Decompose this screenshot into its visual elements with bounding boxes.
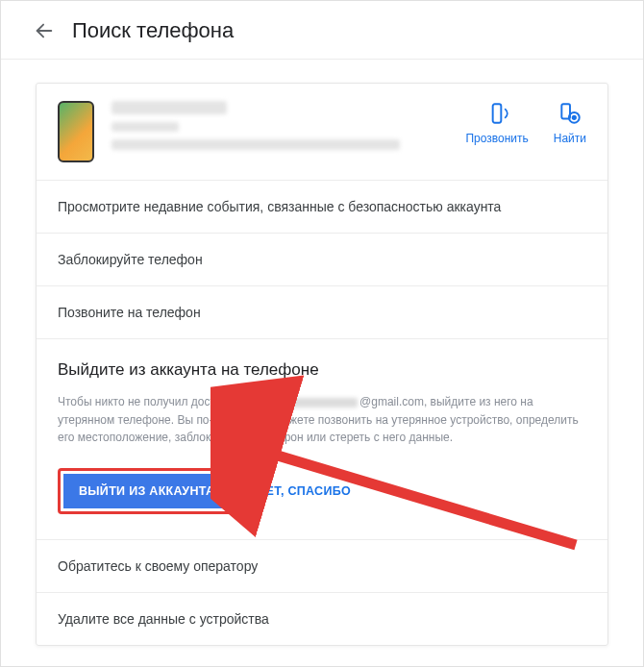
svg-rect-1 <box>493 104 502 123</box>
device-details-redacted <box>111 139 400 150</box>
device-thumbnail <box>58 101 94 162</box>
header: Поиск телефона <box>1 1 643 59</box>
signout-button-row: ВЫЙТИ ИЗ АККАУНТА НЕТ, СПАСИБО <box>58 468 586 514</box>
header-divider <box>1 59 643 60</box>
signout-body: Чтобы никто не получил доступ к аккаунту… <box>58 393 586 447</box>
signout-title: Выйдите из аккаунта на телефоне <box>58 360 586 380</box>
row-security-events[interactable]: Просмотрите недавние события, связанные … <box>37 181 607 234</box>
main-panel: Прозвонить Найти Просмотрите недавние со… <box>36 83 608 646</box>
ring-label: Прозвонить <box>465 132 528 145</box>
device-row: Прозвонить Найти <box>37 84 607 181</box>
device-name-redacted <box>111 101 227 114</box>
device-model-redacted <box>111 122 179 132</box>
signout-button[interactable]: ВЫЙТИ ИЗ АККАУНТА <box>63 474 230 508</box>
find-label: Найти <box>554 132 586 145</box>
ring-device-button[interactable]: Прозвонить <box>465 101 528 145</box>
back-arrow-icon[interactable] <box>34 20 55 41</box>
svg-point-4 <box>573 116 576 119</box>
locate-icon <box>557 101 582 126</box>
device-info <box>111 101 465 158</box>
row-signout-expanded: Выйдите из аккаунта на телефоне Чтобы ни… <box>37 339 607 540</box>
row-lock-phone[interactable]: Заблокируйте телефон <box>37 234 607 286</box>
app-frame: Поиск телефона Прозвонить <box>0 0 644 667</box>
email-redacted <box>290 398 358 408</box>
row-erase-device[interactable]: Удалите все данные с устройства <box>37 593 607 645</box>
annotation-highlight: ВЫЙТИ ИЗ АККАУНТА <box>58 468 235 514</box>
ring-icon <box>484 101 509 126</box>
find-device-button[interactable]: Найти <box>554 101 586 145</box>
device-actions: Прозвонить Найти <box>465 101 586 145</box>
no-thanks-button[interactable]: НЕТ, СПАСИБО <box>251 474 357 508</box>
page-title: Поиск телефона <box>72 18 234 43</box>
row-call-phone[interactable]: Позвоните на телефон <box>37 286 607 339</box>
signout-body-before: Чтобы никто не получил доступ к аккаунту <box>58 395 288 408</box>
row-contact-carrier[interactable]: Обратитесь к своему оператору <box>37 540 607 593</box>
